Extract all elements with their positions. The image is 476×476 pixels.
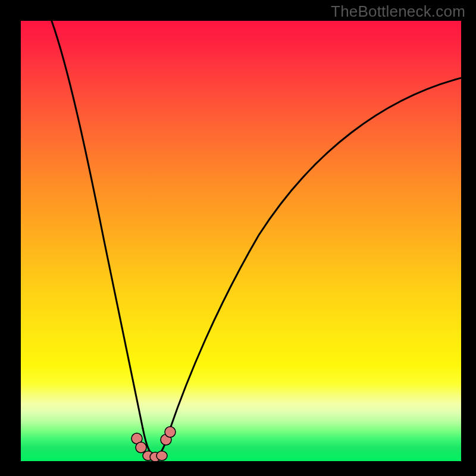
curve-right xyxy=(170,78,461,430)
curves-group xyxy=(52,21,461,455)
chart-frame: TheBottleneck.com xyxy=(0,0,476,476)
marker-right-2 xyxy=(165,427,176,437)
watermark-text: TheBottleneck.com xyxy=(331,2,465,21)
markers-group xyxy=(131,427,176,461)
marker-bottom-3 xyxy=(156,451,167,461)
marker-left-2 xyxy=(136,442,146,453)
plot-area xyxy=(21,21,461,461)
chart-svg xyxy=(21,21,461,461)
curve-left xyxy=(52,21,143,428)
